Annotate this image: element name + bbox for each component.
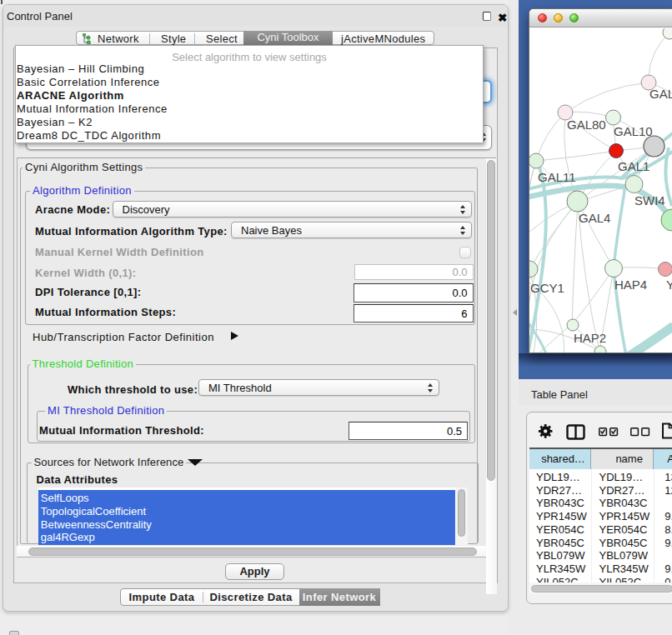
svg-text:GAL10: GAL10 (614, 124, 653, 138)
svg-text:SWI4: SWI4 (634, 193, 665, 208)
svg-text:GAL80: GAL80 (567, 118, 606, 132)
svg-text:GAL11: GAL11 (538, 170, 576, 184)
svg-text:GAL1: GAL1 (618, 159, 649, 173)
svg-text:YD: YD (666, 278, 672, 292)
svg-text:GAL2: GAL2 (649, 87, 672, 101)
svg-text:HAP2: HAP2 (574, 331, 606, 345)
svg-text:HAP4: HAP4 (614, 278, 647, 292)
svg-text:GCY1: GCY1 (530, 281, 564, 295)
svg-text:GAL4: GAL4 (579, 211, 610, 225)
